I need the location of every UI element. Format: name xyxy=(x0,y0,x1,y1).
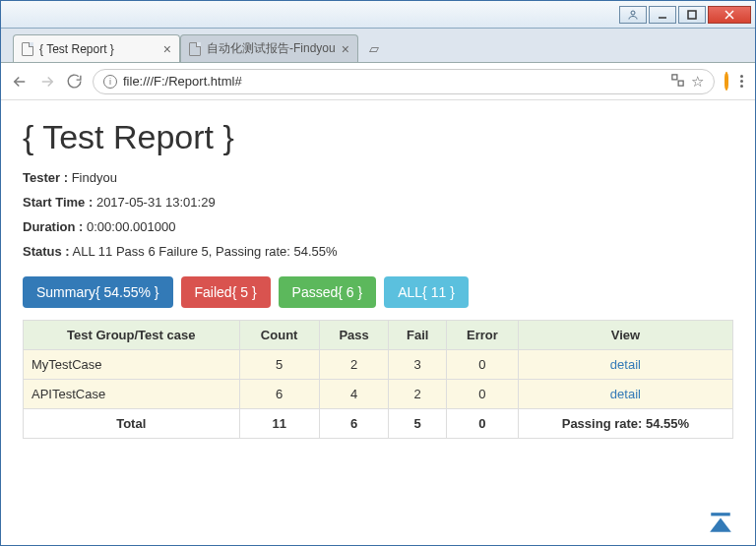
cell-pass: 2 xyxy=(319,350,389,380)
url-text: file:///F:/Report.html# xyxy=(123,74,664,89)
svg-rect-5 xyxy=(672,74,677,79)
total-error: 0 xyxy=(447,409,519,439)
svg-rect-2 xyxy=(688,11,696,19)
svg-marker-8 xyxy=(710,518,731,532)
file-icon xyxy=(189,42,201,56)
back-button[interactable] xyxy=(11,73,29,91)
translate-icon[interactable] xyxy=(670,73,685,91)
total-count: 11 xyxy=(239,409,319,439)
scroll-to-top-button[interactable] xyxy=(708,513,733,537)
window-close-button[interactable] xyxy=(708,6,751,24)
table-total-row: Total 11 6 5 0 Passing rate: 54.55% xyxy=(24,409,733,439)
cell-view: detail xyxy=(518,380,732,409)
total-rate: Passing rate: 54.55% xyxy=(518,409,732,439)
failed-button[interactable]: Failed{ 5 } xyxy=(181,276,271,308)
col-error: Error xyxy=(447,321,519,350)
summary-button[interactable]: Summary{ 54.55% } xyxy=(23,276,173,308)
new-tab-button[interactable]: ▱ xyxy=(362,38,386,58)
total-fail: 5 xyxy=(389,409,447,439)
col-view: View xyxy=(518,321,732,350)
window-titlebar xyxy=(1,1,755,29)
table-header-row: Test Group/Test case Count Pass Fail Err… xyxy=(24,321,733,350)
window-user-button[interactable] xyxy=(619,6,647,24)
bookmark-star-icon[interactable]: ☆ xyxy=(691,73,704,91)
forward-button[interactable] xyxy=(38,73,56,91)
window-minimize-button[interactable] xyxy=(649,6,676,24)
cell-error: 0 xyxy=(447,380,519,409)
total-label: Total xyxy=(24,409,240,439)
page-title: { Test Report } xyxy=(23,118,733,156)
table-row: APITestCase 6 4 2 0 detail xyxy=(24,380,733,409)
browser-tabstrip: { Test Report } × 自动化测试报告-Findyou × ▱ xyxy=(1,29,755,63)
total-pass: 6 xyxy=(319,409,389,439)
svg-rect-7 xyxy=(711,513,730,516)
col-pass: Pass xyxy=(319,321,389,350)
cell-view: detail xyxy=(518,350,732,380)
address-bar[interactable]: i file:///F:/Report.html# ☆ xyxy=(93,69,715,94)
results-table: Test Group/Test case Count Pass Fail Err… xyxy=(23,320,733,439)
page-content: { Test Report } Tester : Findyou Start T… xyxy=(1,100,755,546)
browser-tab-active[interactable]: { Test Report } × xyxy=(13,34,180,62)
reload-button[interactable] xyxy=(66,73,83,90)
cell-name: APITestCase xyxy=(24,380,240,409)
cell-fail: 3 xyxy=(389,350,447,380)
cell-fail: 2 xyxy=(389,380,447,409)
window-maximize-button[interactable] xyxy=(678,6,706,24)
cell-error: 0 xyxy=(447,350,519,380)
detail-link[interactable]: detail xyxy=(610,387,641,401)
passed-button[interactable]: Passed{ 6 } xyxy=(279,276,377,308)
col-fail: Fail xyxy=(389,321,447,350)
extension-icon[interactable] xyxy=(724,74,728,89)
tab-close-icon[interactable]: × xyxy=(342,41,349,57)
tab-close-icon[interactable]: × xyxy=(163,41,171,57)
browser-tab-inactive[interactable]: 自动化测试报告-Findyou × xyxy=(180,34,358,62)
col-count: Count xyxy=(239,321,319,350)
detail-link[interactable]: detail xyxy=(610,357,641,372)
table-row: MyTestCase 5 2 3 0 detail xyxy=(24,350,733,380)
cell-name: MyTestCase xyxy=(24,350,240,380)
meta-duration: Duration : 0:00:00.001000 xyxy=(23,219,733,234)
tab-title: 自动化测试报告-Findyou xyxy=(207,40,336,57)
svg-rect-6 xyxy=(678,81,683,86)
col-group: Test Group/Test case xyxy=(24,321,240,350)
file-icon xyxy=(22,42,33,56)
filter-buttons: Summary{ 54.55% } Failed{ 5 } Passed{ 6 … xyxy=(23,276,733,308)
cell-pass: 4 xyxy=(319,380,389,409)
cell-count: 5 xyxy=(239,350,319,380)
cell-count: 6 xyxy=(239,380,319,409)
svg-point-0 xyxy=(631,11,635,15)
browser-menu-button[interactable] xyxy=(738,73,745,90)
all-button[interactable]: ALL{ 11 } xyxy=(384,276,469,308)
meta-start-time: Start Time : 2017-05-31 13:01:29 xyxy=(23,195,733,210)
tab-title: { Test Report } xyxy=(39,42,158,56)
browser-toolbar: i file:///F:/Report.html# ☆ xyxy=(1,63,755,100)
meta-tester: Tester : Findyou xyxy=(23,170,733,185)
site-info-icon[interactable]: i xyxy=(103,75,117,89)
meta-status: Status : ALL 11 Pass 6 Failure 5, Passin… xyxy=(23,244,733,259)
